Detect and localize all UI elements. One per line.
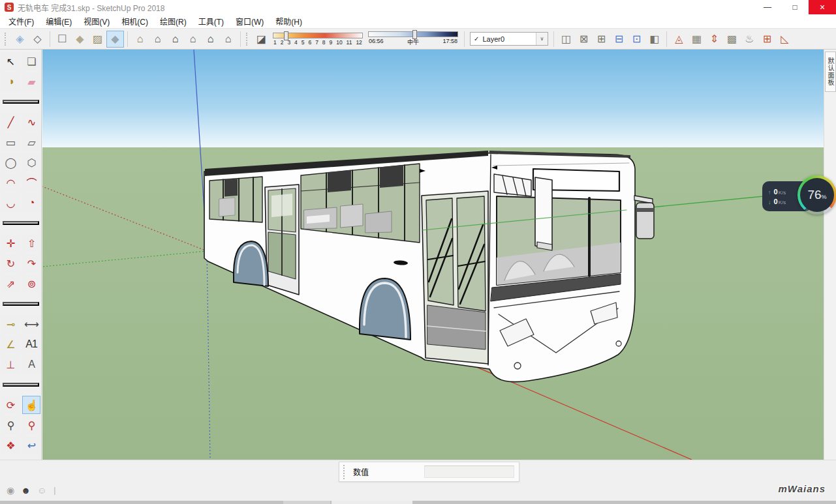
shadow-time-slider: 06:56 中午 17:58 (368, 31, 458, 46)
shaded-style-button[interactable]: ◆ (71, 31, 89, 48)
sandbox-toolbar-group: ◬▦⇕▩♨⊞◺ (670, 31, 794, 48)
date-tick: 8 (322, 39, 326, 46)
shadow-date-track[interactable] (273, 33, 363, 38)
restore-button[interactable]: □ (781, 0, 809, 14)
dimension-tool[interactable]: ⟷ (22, 315, 40, 333)
menu-view[interactable]: 视图(V) (78, 14, 116, 28)
front-view-button[interactable]: ⌂ (166, 31, 184, 48)
rotated-rectangle-tool[interactable]: ▱ (22, 133, 40, 151)
toolbar-separator (666, 31, 667, 47)
system-monitor-overlay[interactable]: ↑ 0 K/s ↓ 0 K/s 76% (762, 177, 836, 216)
scale-tool[interactable]: ⇗ (1, 274, 20, 293)
menu-draw[interactable]: 绘图(R) (154, 14, 193, 28)
menu-tools[interactable]: 工具(T) (193, 14, 230, 28)
layers-dropdown[interactable]: ✓ Layer0 ∨ (470, 32, 548, 46)
rectangle-tool[interactable]: ▭ (1, 133, 20, 151)
default-tray-tab[interactable]: 默认面板 (825, 52, 836, 92)
memory-usage-ring[interactable]: 76% (797, 175, 836, 215)
geolocation-icon[interactable]: ◉ (7, 486, 14, 495)
make-component-tool[interactable]: ❏ (22, 52, 40, 70)
select-tool[interactable]: ↖ (1, 52, 20, 70)
rotate-tool[interactable]: ↻ (1, 254, 20, 273)
xray-toolbar-group: ◈◇ (11, 31, 46, 48)
protractor-tool[interactable]: ∠ (1, 335, 20, 353)
bus-middle-door (265, 185, 299, 295)
trim-button[interactable]: ⊡ (628, 31, 645, 48)
shadow-time-handle[interactable] (412, 30, 417, 39)
axes-tool[interactable]: ⊥ (1, 355, 20, 374)
outer-shell-button[interactable]: ◫ (557, 31, 575, 48)
offset-tool[interactable]: ⊚ (22, 274, 40, 293)
chevron-down-icon[interactable]: ∨ (536, 33, 548, 45)
textured-style-button[interactable]: ▨ (89, 31, 106, 48)
iso-view-button[interactable]: ⌂ (131, 31, 149, 48)
union-button[interactable]: ⊞ (593, 31, 610, 48)
zoom-tool[interactable]: ⚲ (1, 416, 20, 434)
menu-help[interactable]: 帮助(H) (270, 14, 308, 28)
3d-text-tool[interactable]: A (22, 355, 40, 374)
date-tick: 9 (330, 39, 333, 46)
shadow-date-handle[interactable] (284, 31, 288, 40)
back-view-button[interactable]: ⌂ (202, 31, 219, 48)
line-tool[interactable]: ╱ (1, 113, 20, 131)
zoom-window-tool[interactable]: ⚲ (22, 416, 40, 434)
smoove-button[interactable]: ⇕ (705, 31, 723, 48)
toolbar-grip[interactable] (5, 33, 9, 46)
eraser-tool[interactable]: ▰ (22, 72, 40, 91)
separator (3, 221, 39, 225)
bus-front-door (422, 191, 488, 364)
orbit-tool[interactable]: ⟳ (1, 396, 20, 414)
left-view-button[interactable]: ⌂ (219, 31, 237, 48)
previous-view-tool[interactable]: ↩ (22, 436, 40, 454)
tape-measure-tool[interactable]: ⊸ (1, 315, 20, 333)
menu-file[interactable]: 文件(F) (3, 14, 40, 28)
measurements-toolbar: 数值 (339, 462, 519, 482)
minimize-button[interactable]: — (754, 0, 781, 14)
menu-window[interactable]: 窗口(W) (230, 14, 270, 28)
shadow-toggle-button[interactable]: ◪ (253, 31, 270, 48)
model-viewport[interactable] (42, 50, 824, 460)
push-pull-tool[interactable]: ⇧ (22, 234, 40, 252)
arc-tool[interactable]: ◠ (1, 173, 20, 192)
upload-arrow-icon: ↑ (768, 189, 771, 196)
three-point-arc-tool[interactable]: ◡ (1, 194, 20, 212)
polygon-tool[interactable]: ⬡ (22, 153, 40, 171)
sign-in-icon[interactable]: ☺ (37, 486, 46, 495)
zoom-extents-tool[interactable]: ❖ (1, 436, 20, 454)
back-edges-button[interactable]: ◇ (29, 31, 46, 48)
pan-tool[interactable]: ☝ (22, 396, 40, 414)
pie-tool[interactable]: ◔ (22, 194, 40, 212)
intersect-button[interactable]: ⊠ (575, 31, 593, 48)
views-toolbar-group: ⌂⌂⌂⌂⌂⌂ (131, 31, 237, 48)
top-view-button[interactable]: ⌂ (149, 31, 166, 48)
stamp-button[interactable]: ▩ (723, 31, 741, 48)
xray-mode-button[interactable]: ◈ (11, 31, 29, 48)
add-detail-button[interactable]: ⊞ (758, 31, 776, 48)
claim-credit-icon[interactable]: ☻ (21, 486, 31, 495)
toolbar-separator (553, 31, 554, 47)
shadow-time-track[interactable] (368, 31, 458, 37)
menu-camera[interactable]: 相机(C) (116, 14, 154, 28)
wireframe-style-button[interactable]: ☐ (54, 31, 71, 48)
subtract-button[interactable]: ⊟ (610, 31, 628, 48)
measurements-input[interactable] (424, 466, 514, 478)
close-button[interactable]: × (809, 0, 836, 14)
monochrome-style-button[interactable]: ◆ (106, 31, 124, 48)
menu-edit[interactable]: 编辑(E) (40, 14, 78, 28)
text-tool[interactable]: A1 (22, 335, 40, 353)
from-contours-button[interactable]: ◬ (670, 31, 688, 48)
current-layer-label: Layer0 (482, 35, 504, 43)
circle-tool[interactable]: ◯ (1, 153, 20, 171)
freehand-tool[interactable]: ∿ (22, 113, 40, 131)
follow-me-tool[interactable]: ↷ (22, 254, 40, 273)
split-button[interactable]: ◧ (645, 31, 663, 48)
right-view-button[interactable]: ⌂ (184, 31, 202, 48)
measurements-grip[interactable] (343, 465, 347, 479)
move-tool[interactable]: ✛ (1, 234, 20, 252)
from-scratch-button[interactable]: ▦ (688, 31, 705, 48)
toolbar-grip[interactable] (246, 33, 251, 46)
flip-edge-button[interactable]: ◺ (776, 31, 794, 48)
drape-button[interactable]: ♨ (741, 31, 758, 48)
two-point-arc-tool[interactable]: ⌒ (22, 173, 40, 192)
paint-bucket-tool[interactable]: ◑ (1, 72, 20, 91)
